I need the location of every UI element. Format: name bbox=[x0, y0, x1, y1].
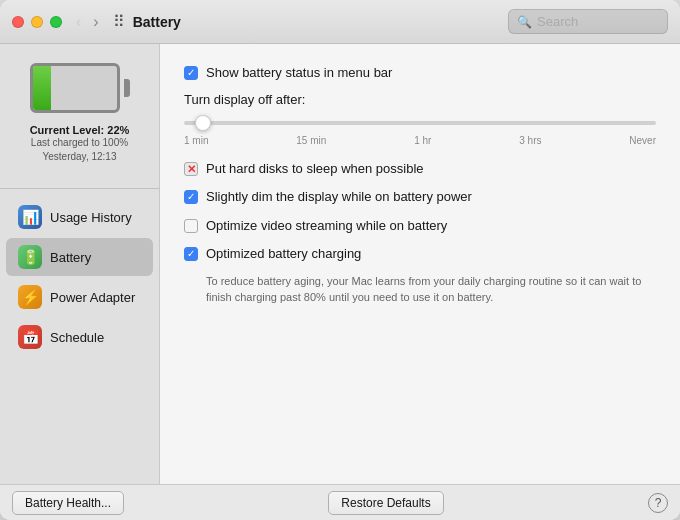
option-row-show-battery: Show battery status in menu bar bbox=[184, 64, 656, 82]
main-content: Current Level: 22% Last charged to 100% … bbox=[0, 44, 680, 484]
usage-history-icon: 📊 bbox=[18, 205, 42, 229]
search-bar[interactable]: 🔍 Search bbox=[508, 9, 668, 34]
sidebar-item-usage-history[interactable]: 📊 Usage History bbox=[6, 198, 153, 236]
slider-ticks: 1 min 15 min 1 hr 3 hrs Never bbox=[184, 135, 656, 146]
battery-body bbox=[30, 63, 120, 113]
slider-label: Turn display off after: bbox=[184, 92, 656, 107]
search-input[interactable]: Search bbox=[537, 14, 578, 29]
tick-1hr: 1 hr bbox=[414, 135, 431, 146]
tick-never: Never bbox=[629, 135, 656, 146]
system-preferences-window: ‹ › ⠿ Battery 🔍 Search Current Level: 22… bbox=[0, 0, 680, 520]
slider-section: Turn display off after: 1 min 15 min 1 h… bbox=[184, 92, 656, 146]
sidebar-divider bbox=[0, 188, 159, 189]
battery-health-button[interactable]: Battery Health... bbox=[12, 491, 124, 515]
help-button[interactable]: ? bbox=[648, 493, 668, 513]
sidebar-item-schedule[interactable]: 📅 Schedule bbox=[6, 318, 153, 356]
battery-fill bbox=[33, 66, 51, 110]
search-icon: 🔍 bbox=[517, 15, 532, 29]
option-row-slightly-dim: Slightly dim the display while on batter… bbox=[184, 188, 656, 206]
bottom-bar: Battery Health... Restore Defaults ? bbox=[0, 484, 680, 520]
sidebar-label-usage-history: Usage History bbox=[50, 210, 132, 225]
grid-icon[interactable]: ⠿ bbox=[113, 12, 125, 31]
battery-tip bbox=[124, 79, 130, 97]
window-title: Battery bbox=[133, 14, 508, 30]
tick-15min: 15 min bbox=[296, 135, 326, 146]
battery-charged-text: Last charged to 100% Yesterday, 12:13 bbox=[31, 136, 128, 164]
traffic-lights bbox=[12, 16, 62, 28]
slider-track bbox=[184, 121, 656, 125]
slider-container[interactable] bbox=[184, 113, 656, 133]
power-adapter-icon: ⚡ bbox=[18, 285, 42, 309]
checkbox-optimize-video[interactable] bbox=[184, 219, 198, 233]
label-show-battery: Show battery status in menu bar bbox=[206, 64, 392, 82]
content-panel: Show battery status in menu bar Turn dis… bbox=[160, 44, 680, 484]
sidebar-label-battery: Battery bbox=[50, 250, 91, 265]
label-slightly-dim: Slightly dim the display while on batter… bbox=[206, 188, 472, 206]
checkbox-disks-sleep[interactable] bbox=[184, 162, 198, 176]
tick-3hrs: 3 hrs bbox=[519, 135, 541, 146]
label-optimize-video: Optimize video streaming while on batter… bbox=[206, 217, 447, 235]
battery-info: Current Level: 22% Last charged to 100% … bbox=[0, 60, 159, 164]
navigation-arrows: ‹ › bbox=[72, 11, 103, 33]
battery-level-text: Current Level: 22% bbox=[30, 124, 130, 136]
battery-icon: 🔋 bbox=[18, 245, 42, 269]
optimized-charging-description: To reduce battery aging, your Mac learns… bbox=[206, 273, 646, 306]
tick-1min: 1 min bbox=[184, 135, 208, 146]
option-row-optimize-video: Optimize video streaming while on batter… bbox=[184, 217, 656, 235]
sidebar-item-power-adapter[interactable]: ⚡ Power Adapter bbox=[6, 278, 153, 316]
checkbox-slightly-dim[interactable] bbox=[184, 190, 198, 204]
maximize-button[interactable] bbox=[50, 16, 62, 28]
minimize-button[interactable] bbox=[31, 16, 43, 28]
restore-defaults-button[interactable]: Restore Defaults bbox=[328, 491, 443, 515]
titlebar: ‹ › ⠿ Battery 🔍 Search bbox=[0, 0, 680, 44]
sidebar: Current Level: 22% Last charged to 100% … bbox=[0, 44, 160, 484]
battery-icon-container bbox=[30, 60, 130, 116]
checkbox-optimized-charging[interactable] bbox=[184, 247, 198, 261]
sidebar-label-power-adapter: Power Adapter bbox=[50, 290, 135, 305]
sidebar-item-battery[interactable]: 🔋 Battery bbox=[6, 238, 153, 276]
option-row-optimized-charging: Optimized battery charging bbox=[184, 245, 656, 263]
close-button[interactable] bbox=[12, 16, 24, 28]
label-disks-sleep: Put hard disks to sleep when possible bbox=[206, 160, 424, 178]
schedule-icon: 📅 bbox=[18, 325, 42, 349]
forward-arrow-icon[interactable]: › bbox=[89, 11, 102, 33]
label-optimized-charging: Optimized battery charging bbox=[206, 245, 361, 263]
option-row-disks-sleep: Put hard disks to sleep when possible bbox=[184, 160, 656, 178]
sidebar-label-schedule: Schedule bbox=[50, 330, 104, 345]
checkbox-show-battery[interactable] bbox=[184, 66, 198, 80]
slider-thumb[interactable] bbox=[195, 115, 211, 131]
back-arrow-icon[interactable]: ‹ bbox=[72, 11, 85, 33]
